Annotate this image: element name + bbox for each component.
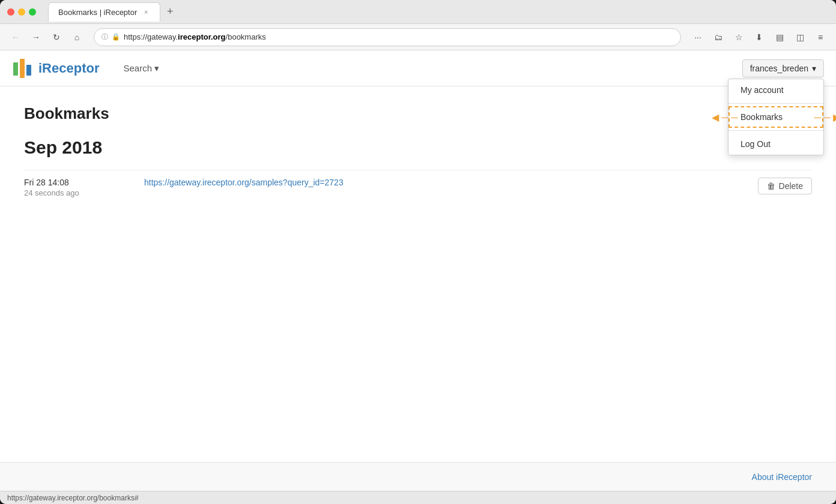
reload-button[interactable]: ↻ — [48, 29, 65, 46]
user-label: frances_breden — [750, 64, 808, 73]
active-tab[interactable]: Bookmarks | iReceptor × — [48, 2, 160, 22]
svg-rect-3 — [20, 76, 25, 78]
forward-button[interactable]: → — [28, 29, 44, 46]
svg-rect-0 — [13, 62, 18, 76]
more-options-button[interactable]: ··· — [689, 29, 706, 46]
month-section: Sep 2018 Fri 28 14:08 24 seconds ago htt… — [24, 137, 812, 205]
new-tab-button[interactable]: + — [163, 5, 177, 19]
delete-label: Delete — [779, 181, 803, 191]
svg-rect-1 — [20, 59, 25, 76]
main-content: Bookmarks Sep 2018 Fri 28 14:08 24 secon… — [0, 86, 836, 462]
user-dropdown-button[interactable]: frances_breden ▾ — [742, 59, 824, 77]
bookmark-row: Fri 28 14:08 24 seconds ago https://gate… — [24, 170, 812, 205]
menu-button[interactable]: ≡ — [812, 29, 829, 46]
app-navbar: iReceptor Search ▾ frances_breden ▾ My a… — [0, 50, 836, 86]
user-caret-icon: ▾ — [812, 64, 816, 73]
maximize-button[interactable] — [29, 8, 36, 16]
address-bar[interactable]: ⓘ 🔒 https://gateway.ireceptor.org/bookma… — [94, 28, 681, 46]
svg-rect-2 — [26, 65, 31, 76]
page-title: Bookmarks — [24, 104, 812, 123]
download-button[interactable]: ⬇ — [751, 29, 768, 46]
bookmarks-arrow-right: ─ ─ ▶ — [814, 111, 836, 122]
status-bar: https://gateway.ireceptor.org/bookmarks# — [0, 491, 836, 504]
delete-button[interactable]: 🗑 Delete — [758, 178, 812, 194]
pocket-button[interactable]: 🗂 — [710, 29, 727, 46]
user-dropdown-menu: My account ◀ ─ ─ Bookmarks ─ ─ ▶ Log Out — [728, 79, 824, 155]
sidebar-toggle-button[interactable]: ◫ — [792, 29, 808, 46]
status-url: https://gateway.ireceptor.org/bookmarks# — [7, 494, 139, 502]
bookmark-time: Fri 28 14:08 24 seconds ago — [24, 178, 144, 197]
dropdown-divider — [728, 103, 823, 104]
month-heading: Sep 2018 — [24, 137, 812, 158]
search-nav-label: Search — [123, 63, 152, 73]
close-button[interactable] — [7, 8, 14, 16]
library-button[interactable]: ▤ — [771, 29, 788, 46]
bookmarks-arrow-left: ◀ ─ ─ — [712, 111, 738, 122]
star-button[interactable]: ☆ — [730, 29, 747, 46]
bookmark-link[interactable]: https://gateway.ireceptor.org/samples?qu… — [144, 178, 746, 187]
bookmark-ago: 24 seconds ago — [24, 188, 144, 197]
home-button[interactable]: ⌂ — [68, 29, 85, 46]
dropdown-my-account[interactable]: My account — [728, 79, 823, 101]
nav-right: ··· 🗂 ☆ ⬇ ▤ ◫ ≡ — [689, 29, 829, 46]
tabs-area: Bookmarks | iReceptor × + — [48, 2, 829, 22]
logo-icon — [12, 56, 36, 80]
dropdown-logout[interactable]: Log Out — [728, 133, 823, 155]
address-text: https://gateway.ireceptor.org/bookmarks — [124, 32, 673, 41]
app-container: iReceptor Search ▾ frances_breden ▾ My a… — [0, 50, 836, 491]
logo-container: iReceptor — [12, 56, 99, 80]
dropdown-divider-2 — [728, 130, 823, 131]
secure-icon: 🔒 — [112, 33, 120, 41]
tab-title: Bookmarks | iReceptor — [58, 8, 137, 17]
search-nav-caret: ▾ — [154, 63, 159, 74]
title-bar: Bookmarks | iReceptor × + — [0, 0, 836, 24]
bookmark-datetime: Fri 28 14:08 — [24, 178, 144, 187]
dropdown-bookmarks[interactable]: ◀ ─ ─ Bookmarks ─ ─ ▶ — [728, 106, 823, 128]
info-icon: ⓘ — [101, 32, 108, 41]
nav-bar: ← → ↻ ⌂ ⓘ 🔒 https://gateway.ireceptor.or… — [0, 24, 836, 50]
app-footer: About iReceptor — [0, 462, 836, 491]
back-button[interactable]: ← — [7, 29, 24, 46]
search-nav-button[interactable]: Search ▾ — [117, 59, 165, 77]
logo-text: iReceptor — [38, 61, 99, 76]
user-menu-container: frances_breden ▾ My account ◀ ─ ─ Bookma… — [742, 59, 824, 77]
tab-close-icon[interactable]: × — [142, 8, 150, 16]
trash-icon: 🗑 — [767, 181, 775, 191]
traffic-lights — [7, 8, 36, 16]
minimize-button[interactable] — [18, 8, 25, 16]
bookmark-actions: 🗑 Delete — [758, 178, 812, 194]
about-link[interactable]: About iReceptor — [752, 472, 812, 482]
